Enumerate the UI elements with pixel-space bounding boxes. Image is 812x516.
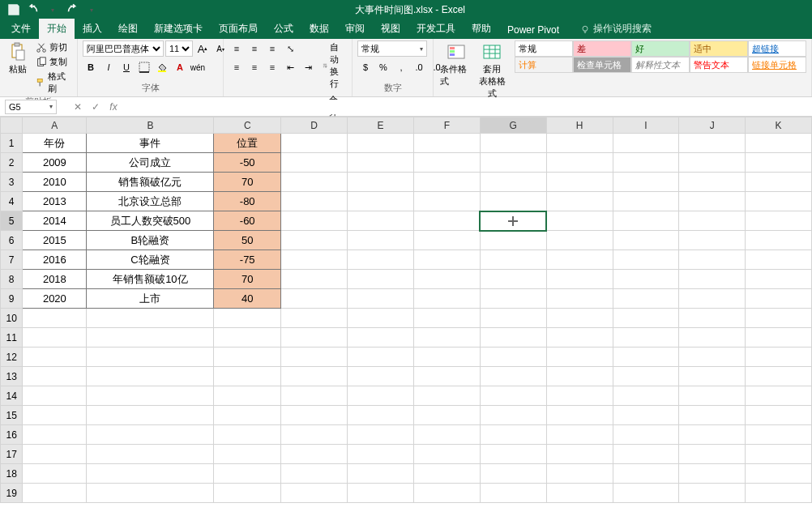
cancel-formula-icon[interactable]: ✕ [71, 100, 84, 113]
cell[interactable] [546, 173, 613, 192]
cell[interactable] [348, 425, 414, 445]
cell[interactable]: 年销售额破10亿 [87, 270, 214, 289]
cell[interactable] [546, 328, 613, 348]
tab-layout[interactable]: 页面布局 [211, 19, 266, 39]
cell[interactable] [679, 445, 746, 464]
align-middle-button[interactable]: ≡ [246, 41, 263, 57]
row-header[interactable]: 6 [1, 231, 23, 250]
column-header[interactable]: A [23, 117, 87, 134]
row-header[interactable]: 1 [1, 134, 23, 153]
cell[interactable] [413, 153, 480, 173]
cell[interactable]: 40 [214, 289, 281, 309]
row-header[interactable]: 5 [1, 211, 23, 231]
cell[interactable]: 事件 [87, 134, 214, 153]
cell[interactable] [413, 425, 480, 445]
align-left-button[interactable]: ≡ [229, 59, 245, 75]
tab-home[interactable]: 开始 [39, 19, 75, 39]
border-button[interactable] [136, 59, 152, 75]
italic-button[interactable]: I [100, 59, 117, 75]
cell[interactable] [214, 464, 281, 484]
cell[interactable] [546, 270, 613, 289]
cell[interactable] [23, 328, 87, 348]
align-right-button[interactable]: ≡ [264, 59, 280, 75]
cell[interactable] [281, 192, 348, 211]
row-header[interactable]: 10 [1, 309, 23, 328]
cell[interactable] [480, 250, 546, 270]
cell[interactable] [413, 192, 480, 211]
cell[interactable] [348, 367, 414, 386]
column-header[interactable]: H [546, 117, 613, 134]
cell[interactable] [87, 328, 214, 348]
column-header[interactable]: K [746, 117, 812, 134]
cell[interactable] [679, 406, 746, 425]
cell[interactable] [613, 231, 679, 250]
cell[interactable] [413, 134, 480, 153]
cell[interactable]: 员工人数突破500 [87, 211, 214, 231]
cell[interactable] [281, 445, 348, 464]
style-cell[interactable]: 超链接 [748, 41, 806, 57]
cell[interactable] [679, 425, 746, 445]
cell[interactable] [546, 289, 613, 309]
cell[interactable] [546, 464, 613, 484]
cell[interactable] [87, 484, 214, 503]
cell[interactable] [679, 134, 746, 153]
cut-button[interactable]: 剪切 [34, 41, 72, 54]
row-header[interactable]: 2 [1, 153, 23, 173]
cell[interactable] [679, 386, 746, 406]
cell[interactable] [348, 153, 414, 173]
copy-button[interactable]: 复制 [34, 55, 72, 69]
cell[interactable] [679, 367, 746, 386]
cell[interactable] [480, 309, 546, 328]
comma-format-button[interactable]: , [393, 59, 409, 75]
cell[interactable] [546, 425, 613, 445]
cell[interactable] [613, 192, 679, 211]
cell[interactable] [281, 328, 348, 348]
cell[interactable] [214, 406, 281, 425]
cell[interactable] [413, 328, 480, 348]
cell[interactable] [679, 250, 746, 270]
cell[interactable]: 2018 [23, 270, 87, 289]
cell[interactable] [480, 445, 546, 464]
cell[interactable] [281, 231, 348, 250]
cell[interactable] [746, 367, 812, 386]
cell[interactable] [214, 309, 281, 328]
cell[interactable] [281, 211, 348, 231]
cell[interactable] [746, 464, 812, 484]
cell[interactable] [281, 406, 348, 425]
cell[interactable]: 北京设立总部 [87, 192, 214, 211]
cell[interactable] [613, 406, 679, 425]
cell[interactable] [214, 445, 281, 464]
cell[interactable] [746, 270, 812, 289]
cell[interactable]: 2013 [23, 192, 87, 211]
cell[interactable] [746, 289, 812, 309]
qat-customize-icon[interactable]: ▾ [84, 2, 99, 17]
cell[interactable]: 2010 [23, 173, 87, 192]
cell[interactable] [746, 231, 812, 250]
font-color-button[interactable]: A [172, 59, 188, 75]
decrease-indent-button[interactable]: ⇤ [282, 59, 298, 75]
cell[interactable] [413, 406, 480, 425]
undo-icon[interactable] [26, 2, 41, 17]
fx-icon[interactable]: fx [107, 100, 120, 113]
cell[interactable] [413, 386, 480, 406]
cell[interactable] [679, 289, 746, 309]
increase-indent-button[interactable]: ⇥ [300, 59, 316, 75]
cell[interactable] [480, 153, 546, 173]
cell[interactable] [281, 270, 348, 289]
cell[interactable] [480, 406, 546, 425]
cell[interactable] [413, 367, 480, 386]
cell[interactable] [613, 445, 679, 464]
cell[interactable] [23, 445, 87, 464]
row-header[interactable]: 13 [1, 367, 23, 386]
cell[interactable] [480, 328, 546, 348]
row-header[interactable]: 18 [1, 464, 23, 484]
tell-me-search[interactable]: 操作说明搜索 [577, 19, 655, 39]
align-bottom-button[interactable]: ≡ [264, 41, 280, 57]
cell[interactable]: 2014 [23, 211, 87, 231]
cell[interactable] [348, 445, 414, 464]
tab-data[interactable]: 数据 [301, 19, 337, 39]
align-top-button[interactable]: ≡ [229, 41, 245, 57]
cell[interactable] [413, 211, 480, 231]
cell[interactable] [413, 270, 480, 289]
cell[interactable] [480, 425, 546, 445]
